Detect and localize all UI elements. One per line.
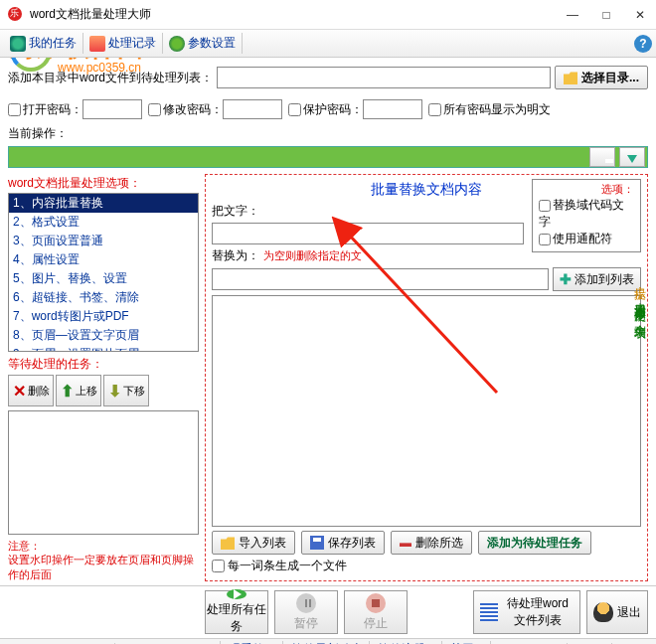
minus-icon: ▬	[400, 536, 411, 550]
delete-label: 删除	[28, 384, 50, 399]
use-wildcard-checkbox[interactable]	[539, 234, 551, 245]
exit-button[interactable]: 退出	[586, 590, 648, 634]
option-item[interactable]: 6、超链接、书签、清除	[9, 288, 198, 307]
toolbar-settings-label: 参数设置	[188, 35, 236, 52]
password-row: 打开密码： 修改密码： 保护密码： 所有密码显示为明文	[0, 95, 656, 125]
app-icon	[8, 7, 24, 23]
save-list-label: 保存列表	[328, 535, 376, 552]
arrow-down-icon: ⬇	[108, 382, 121, 401]
open-password-input[interactable]	[82, 99, 142, 119]
stop-button[interactable]: 停止	[344, 590, 408, 634]
x-icon: ✕	[13, 382, 26, 401]
status-bar: www.001help.com QQ：710726095 观看教程 软件最新动态…	[0, 638, 656, 644]
add-to-list-button[interactable]: ✚添加到列表	[553, 267, 641, 291]
plus-icon: ✚	[560, 271, 572, 287]
modify-password-checkbox[interactable]	[148, 103, 161, 116]
find-text-label: 把文字：	[212, 203, 259, 220]
pause-button[interactable]: 暂停	[274, 590, 338, 634]
options-box-title: 选项：	[539, 182, 634, 197]
replace-with-input[interactable]	[212, 268, 549, 290]
exit-icon	[593, 602, 613, 622]
main-toolbar: 我的任务 处理记录 参数设置 ?	[0, 30, 656, 58]
stop-icon	[366, 593, 386, 613]
pending-task-list[interactable]	[8, 410, 199, 535]
minimize-button[interactable]: —	[565, 8, 580, 22]
toolbar-tasks-label: 我的任务	[29, 35, 77, 52]
maximize-button[interactable]: □	[598, 8, 614, 22]
add-directory-label: 添加本目录中word文件到待处理列表：	[8, 70, 213, 86]
import-list-label: 导入列表	[239, 535, 286, 552]
delete-selected-button[interactable]: ▬删除所选	[391, 531, 472, 555]
down-label: 下移	[123, 384, 145, 399]
settings-icon	[169, 36, 185, 52]
right-panel: 批量替换文档内容 选项： 替换域代码文字 使用通配符 把文字： 替换为： 为空则…	[205, 174, 648, 581]
protect-password-input[interactable]	[363, 99, 422, 119]
toolbar-records-label: 处理记录	[108, 35, 156, 52]
open-password-checkbox[interactable]	[8, 103, 21, 116]
option-item[interactable]: 7、word转图片或PDF	[9, 307, 198, 326]
option-item[interactable]: 4、属性设置	[9, 250, 198, 269]
tip-vertical: 提示：未注册用户最多使用３个列表项	[634, 278, 648, 319]
stop-label: 停止	[364, 615, 388, 632]
browse-directory-button[interactable]: 选择目录...	[555, 66, 648, 89]
plain-password-label: 所有密码显示为明文	[443, 101, 551, 118]
progress-bar	[8, 146, 648, 168]
directory-input[interactable]	[217, 67, 551, 88]
replace-field-code-checkbox[interactable]	[539, 200, 551, 212]
pause-label: 暂停	[294, 615, 318, 632]
generate-per-entry-label: 每一词条生成一个文件	[228, 558, 347, 574]
plain-password-checkbox[interactable]	[428, 103, 441, 116]
replace-field-code-option[interactable]: 替换域代码文字	[539, 197, 634, 231]
toolbar-settings[interactable]: 参数设置	[163, 33, 243, 54]
open-password-label: 打开密码：	[23, 101, 82, 118]
use-wildcard-option[interactable]: 使用通配符	[539, 231, 634, 247]
import-list-button[interactable]: 导入列表	[212, 531, 295, 555]
tasks-icon	[10, 36, 26, 52]
replace-hint: 为空则删除指定的文	[263, 248, 362, 263]
exit-label: 退出	[617, 604, 641, 621]
list-icon	[480, 603, 498, 621]
protect-password-label: 保护密码：	[303, 101, 363, 118]
titlebar: word文档批量处理大师 — □ ✕	[0, 0, 656, 30]
run-all-button[interactable]: 处理所有任务	[205, 590, 268, 634]
save-icon	[310, 536, 324, 550]
pending-file-list-button[interactable]: 待处理word文件列表	[473, 590, 580, 634]
records-icon	[89, 36, 105, 52]
pending-file-list-label: 待处理word文件列表	[502, 595, 574, 629]
add-directory-row: 添加本目录中word文件到待处理列表： 选择目录...	[0, 60, 656, 95]
toolbar-tasks[interactable]: 我的任务	[4, 33, 83, 54]
option-item[interactable]: 9、页眉—设置图片页眉	[9, 345, 198, 352]
toolbar-records[interactable]: 处理记录	[83, 33, 163, 54]
find-text-input[interactable]	[212, 223, 524, 244]
generate-per-entry-checkbox[interactable]	[212, 560, 225, 572]
move-down-button[interactable]: ⬇下移	[103, 375, 149, 406]
replace-with-label: 替换为：	[212, 247, 259, 264]
close-button[interactable]: ✕	[632, 8, 648, 22]
move-up-button[interactable]: ⬆上移	[56, 375, 101, 406]
option-item[interactable]: 1、内容批量替换	[9, 194, 198, 213]
help-button[interactable]: ?	[634, 35, 652, 53]
option-item[interactable]: 3、页面设置普通	[9, 232, 198, 250]
notice-text: 注意： 设置水印操作一定要放在页眉和页脚操作的后面	[8, 539, 199, 581]
options-list[interactable]: 1、内容批量替换 2、格式设置 3、页面设置普通 4、属性设置 5、图片、替换、…	[8, 193, 199, 352]
options-title: word文档批量处理选项：	[8, 174, 199, 193]
left-column: word文档批量处理选项： 1、内容批量替换 2、格式设置 3、页面设置普通 4…	[8, 174, 199, 581]
window-title: word文档批量处理大师	[30, 6, 565, 23]
option-item[interactable]: 8、页眉—设置文字页眉	[9, 326, 198, 345]
browse-label: 选择目录...	[581, 70, 639, 86]
play-icon	[227, 589, 246, 599]
option-item[interactable]: 2、格式设置	[9, 213, 198, 232]
folder-icon	[564, 71, 577, 84]
modify-password-input[interactable]	[223, 99, 282, 119]
protect-password-checkbox[interactable]	[288, 103, 301, 116]
save-list-button[interactable]: 保存列表	[301, 531, 385, 555]
pause-icon	[296, 593, 316, 613]
option-item[interactable]: 5、图片、替换、设置	[9, 269, 198, 288]
replacement-list[interactable]	[212, 295, 641, 527]
folder-icon	[221, 536, 235, 550]
add-pending-task-button[interactable]: 添加为待处理任务	[478, 531, 591, 555]
delete-task-button[interactable]: ✕删除	[8, 375, 54, 406]
save-button[interactable]	[589, 147, 615, 167]
download-button[interactable]	[619, 147, 645, 167]
current-op-label: 当前操作：	[0, 125, 656, 146]
